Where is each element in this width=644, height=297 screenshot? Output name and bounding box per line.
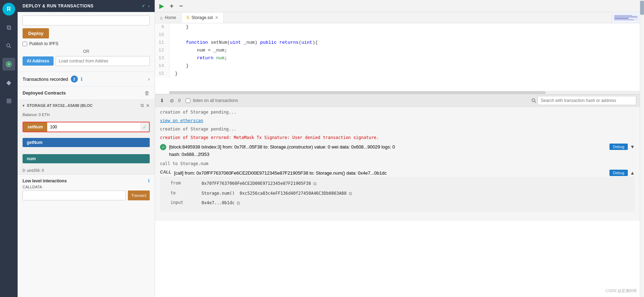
console-msg-call-to-num: call to Storage.num bbox=[160, 161, 635, 166]
app-logo: R bbox=[2, 3, 15, 16]
debug-button-2[interactable]: Debug bbox=[609, 170, 628, 176]
minimap-preview bbox=[612, 12, 640, 23]
at-address-input[interactable] bbox=[56, 56, 150, 66]
tab-storage-sol[interactable]: S Storage.sol ✕ bbox=[181, 13, 224, 23]
calldata-label: CALLDATA bbox=[23, 185, 150, 189]
num-button[interactable]: num bbox=[23, 154, 150, 163]
low-level-header: Low level interactions ℹ bbox=[23, 178, 150, 183]
tx-count-badge: 2 bbox=[71, 75, 78, 83]
call-detail-to: to Storage.num() 0xc5256ca83c4eFF136d40f… bbox=[171, 189, 630, 198]
transactions-recorded-label: Transactions recorded bbox=[23, 77, 68, 82]
input-label: input bbox=[171, 199, 199, 207]
code-content: } bbox=[169, 23, 640, 31]
copy-input-icon[interactable]: ⧉ bbox=[237, 199, 240, 207]
code-editor[interactable]: 9 } 10 11 function setNum(uint _num) pub… bbox=[155, 23, 640, 94]
console-search-icon bbox=[531, 98, 536, 103]
deploy-button[interactable]: Deploy bbox=[23, 28, 49, 38]
copy-to-icon[interactable]: ⧉ bbox=[349, 189, 352, 198]
logo-text: R bbox=[7, 6, 11, 12]
tx-recorded-left: Transactions recorded 2 ℹ bbox=[23, 75, 82, 83]
right-scrollbar[interactable] bbox=[640, 0, 644, 297]
zoom-in-button[interactable]: + bbox=[168, 2, 175, 11]
svg-rect-7 bbox=[614, 18, 628, 19]
console-area[interactable]: ⬇ ⊘ 0 listen on all transactions creatio… bbox=[155, 94, 640, 221]
success-icon: ✓ bbox=[160, 144, 166, 150]
transactions-recorded-section[interactable]: Transactions recorded 2 ℹ › bbox=[18, 72, 155, 86]
copy-icon[interactable]: ⧉ bbox=[141, 103, 144, 108]
chevron-right-icon[interactable]: › bbox=[148, 76, 150, 82]
home-tab-label: Home bbox=[165, 15, 176, 20]
console-down-btn[interactable]: ⬇ bbox=[159, 97, 166, 104]
trash-icon[interactable]: 🗑 bbox=[144, 90, 150, 96]
code-line-11: 11 function setNum(uint _num) public ret… bbox=[155, 39, 640, 47]
contract-select-input[interactable] bbox=[23, 16, 150, 25]
from-label: from bbox=[171, 180, 199, 187]
at-address-button[interactable]: At Address bbox=[23, 56, 54, 66]
console-msg-pending1: creation of Storage pending... bbox=[160, 110, 635, 115]
info-icon[interactable]: ℹ bbox=[81, 76, 82, 82]
console-msg-pending2: creation of Storage pending... bbox=[160, 127, 635, 132]
home-tab-icon: ⌂ bbox=[160, 15, 163, 20]
calldata-input[interactable] bbox=[23, 190, 126, 200]
line-number: 15 bbox=[155, 70, 169, 78]
zoom-out-button[interactable]: − bbox=[178, 2, 185, 11]
console-msg-call-wrapper: CALL [call] from: 0x70fFF7637060Fe6CE2D0… bbox=[160, 170, 635, 212]
expand-btn-2[interactable]: ▲ bbox=[630, 170, 635, 176]
contract-close-icon[interactable]: ✕ bbox=[146, 103, 150, 108]
setnum-check-icon: ✓ bbox=[140, 124, 149, 131]
horizontal-scrollbar[interactable] bbox=[169, 91, 640, 94]
publish-ipfs-row: Publish to IPFS bbox=[23, 41, 150, 46]
code-content: } bbox=[169, 62, 640, 70]
copy-from-icon[interactable]: ⧉ bbox=[313, 180, 316, 188]
sidebar: R ⧉ ◆ ⊞ bbox=[0, 0, 18, 297]
to-label: to bbox=[171, 189, 199, 197]
calldata-transact-button[interactable]: Transact bbox=[128, 190, 150, 200]
search-icon[interactable] bbox=[2, 40, 15, 52]
publish-ipfs-checkbox[interactable] bbox=[23, 42, 27, 46]
console-msg-success-wrapper: ✓ [block:8495938 txIndex:3] from: 0x70f.… bbox=[160, 144, 635, 158]
debug-button-1[interactable]: Debug bbox=[609, 144, 628, 150]
arrow-icon[interactable]: › bbox=[148, 4, 150, 8]
success-text-line2: hash: 0x688...2f353 bbox=[169, 151, 606, 158]
tab-home[interactable]: ⌂ Home bbox=[155, 13, 181, 23]
expand-btn-1[interactable]: ▼ bbox=[630, 144, 635, 150]
tab-close-icon[interactable]: ✕ bbox=[215, 15, 218, 20]
storage-tab-icon: S bbox=[186, 15, 190, 20]
minimap-svg bbox=[614, 14, 638, 22]
editor-toolbar: ▶ + − bbox=[155, 0, 640, 12]
code-content bbox=[169, 31, 640, 39]
editor-console-container: 9 } 10 11 function setNum(uint _num) pub… bbox=[155, 23, 640, 297]
error-text: creation of Storage errored: MetaMask Tx… bbox=[160, 135, 379, 140]
code-line-13: 13 return num; bbox=[155, 54, 640, 62]
etherscan-link[interactable]: view on etherscan bbox=[160, 118, 203, 123]
listen-all-checkbox[interactable] bbox=[186, 98, 190, 103]
git-icon[interactable]: ◆ bbox=[2, 76, 15, 89]
getnum-button[interactable]: getNum bbox=[23, 138, 150, 147]
low-level-info-icon[interactable]: ℹ bbox=[148, 178, 150, 183]
extensions-icon[interactable]: ⊞ bbox=[2, 95, 15, 107]
call-detail-input: input 0x4e7...0b1dc ⧉ bbox=[171, 199, 630, 207]
setnum-input[interactable] bbox=[47, 122, 140, 132]
call-detail-from: from 0x70fFF7637060Fe6CE2D00E9712345e87F… bbox=[171, 180, 630, 188]
contract-expand-arrow[interactable]: ▾ bbox=[23, 103, 25, 108]
deployed-contracts-header: Deployed Contracts 🗑 bbox=[18, 86, 155, 100]
getnum-row: getNum bbox=[18, 134, 155, 151]
contract-item: ▾ STORAGE AT 0XC52...63A88 (BLOC ⧉ ✕ Bal… bbox=[18, 100, 155, 174]
deploy-run-icon[interactable] bbox=[2, 58, 15, 71]
call-message-content: [call] from: 0x70fFF7637060Fe6CE2D00E971… bbox=[174, 170, 606, 177]
console-block-btn[interactable]: ⊘ bbox=[168, 97, 175, 104]
files-icon[interactable]: ⧉ bbox=[2, 21, 15, 34]
setnum-button[interactable]: setNum bbox=[23, 122, 47, 132]
deployed-contracts-title: Deployed Contracts bbox=[23, 90, 66, 96]
svg-line-1 bbox=[10, 47, 11, 48]
code-line-10: 10 bbox=[155, 31, 640, 39]
console-search-input[interactable] bbox=[538, 96, 636, 105]
success-content-row: ✓ [block:8495938 txIndex:3] from: 0x70f.… bbox=[160, 144, 606, 158]
panel-title: DEPLOY & RUN TRANSACTIONS bbox=[23, 4, 94, 8]
run-button[interactable]: ▶ bbox=[158, 1, 166, 11]
panel-header: DEPLOY & RUN TRANSACTIONS ✓ › bbox=[18, 0, 155, 12]
svg-point-3 bbox=[7, 63, 10, 66]
check-icon[interactable]: ✓ bbox=[142, 4, 145, 8]
code-line-14: 14 } bbox=[155, 62, 640, 70]
code-content: return num; bbox=[169, 54, 640, 62]
